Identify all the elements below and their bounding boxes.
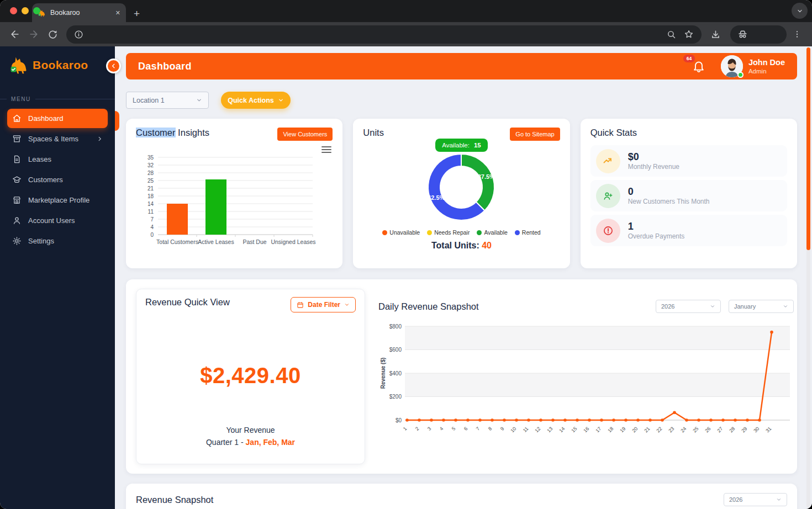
svg-text:15: 15 [570,426,578,433]
units-donut-chart[interactable]: 37.5%62.5% [363,152,560,222]
chevron-down-icon [196,97,202,103]
svg-text:17: 17 [594,426,602,433]
daily-revenue-title: Daily Revenue Snapshot [378,301,648,312]
tab-title: Bookaroo [50,9,111,17]
traffic-lights [10,7,40,14]
customer-insights-bar-chart[interactable]: 0471114182125283235Total CustomersActive… [136,153,318,251]
sidebar-item-dashboard[interactable]: Dashboard [7,109,108,128]
snapshot-year-select[interactable]: 2026 [724,493,787,506]
sidebar-nav: Dashboard Spaces & Items Leases Customer… [0,102,115,252]
total-units: Total Units: 40 [363,241,560,251]
svg-text:18: 18 [607,426,614,433]
minimize-window-button[interactable] [22,7,29,14]
close-window-button[interactable] [10,7,17,14]
customer-insights-title: Customer Insights [136,128,209,138]
legend-dot [427,230,432,235]
svg-text:35: 35 [147,155,154,161]
chevron-down-icon [710,304,715,309]
go-to-sitemap-button[interactable]: Go to Sitemap [510,128,560,141]
address-bar[interactable] [66,25,702,44]
back-button[interactable] [7,26,23,43]
tab-strip: Bookaroo ✕ + [0,0,812,22]
svg-text:28: 28 [147,170,154,176]
sidebar-item-account-users[interactable]: Account Users [7,211,108,230]
sidebar-item-spaces-items[interactable]: Spaces & Items [7,129,108,149]
sidebar-item-marketplace-profile[interactable]: Marketplace Profile [7,190,108,210]
active-item-edge-indicator [115,111,119,131]
svg-text:29: 29 [740,426,748,433]
location-select[interactable]: Location 1 [126,92,209,109]
reload-button[interactable] [44,26,61,43]
user-meta[interactable]: John Doe Admin [748,57,785,76]
legend-dot [382,230,387,235]
svg-text:9: 9 [499,426,505,432]
scrollbar-track[interactable] [806,47,810,508]
sidebar-item-leases[interactable]: Leases [7,150,108,169]
revenue-snapshot-title: Revenue Snapshot [136,495,716,505]
scrollbar-thumb[interactable] [806,47,810,250]
close-tab-icon[interactable]: ✕ [115,9,120,17]
svg-text:7: 7 [150,216,154,222]
chevron-left-icon [110,63,117,69]
bell-icon [692,60,705,73]
svg-text:4: 4 [439,426,445,432]
tab-search-button[interactable] [792,3,808,19]
browser-menu-icon[interactable] [789,26,805,43]
svg-text:13: 13 [546,426,553,433]
stat-monthly-revenue: $0Monthly Revenue [590,145,787,177]
chart-menu-icon[interactable] [321,146,331,153]
new-tab-button[interactable]: + [134,8,140,19]
legend-item[interactable]: Rented [515,229,541,236]
svg-text:10: 10 [509,426,517,433]
view-customers-button[interactable]: View Customers [277,128,333,141]
svg-text:14: 14 [147,201,154,207]
units-title: Units [363,128,384,138]
bookmark-star-icon[interactable] [684,29,694,39]
svg-text:28: 28 [728,426,736,433]
notification-badge: 64 [683,55,695,62]
date-filter-button[interactable]: Date Filter [291,297,356,312]
incognito-indicator[interactable] [730,25,787,44]
forward-button[interactable] [25,26,42,43]
notifications-button[interactable]: 64 [692,60,705,73]
info-icon[interactable] [74,30,83,39]
sidebar-item-customers[interactable]: Customers [7,170,108,189]
zoom-icon[interactable] [667,30,676,39]
maximize-window-button[interactable] [33,7,40,14]
sidebar-item-settings[interactable]: Settings [7,231,108,251]
document-icon [12,155,22,164]
quick-stats-card: Quick Stats $0Monthly Revenue [581,119,797,268]
menu-section-label: MENU [0,96,115,102]
legend-item[interactable]: Available [477,229,507,236]
incognito-icon [737,29,748,40]
svg-text:11: 11 [148,209,154,215]
svg-text:Revenue ($): Revenue ($) [380,358,386,389]
legend-item[interactable]: Needs Repair [427,229,470,236]
user-avatar[interactable] [721,55,743,77]
browser-tab[interactable]: Bookaroo ✕ [32,3,126,22]
month-select[interactable]: January [729,300,794,313]
svg-text:Unsigned Leases: Unsigned Leases [271,238,315,245]
svg-text:26: 26 [704,426,711,433]
daily-revenue-line-chart[interactable]: $0$200$400$600$800Revenue ($)12345678910… [378,320,793,440]
app-logo[interactable]: Bookaroo [0,46,115,79]
revenue-amount: $2,429.40 [145,363,356,388]
gear-icon [12,236,22,246]
legend-item[interactable]: Unavailable [382,229,420,236]
storefront-icon [12,195,22,205]
year-select[interactable]: 2026 [656,300,721,313]
svg-text:7: 7 [475,426,481,432]
main-content: Dashboard 64 John Doe Admin Location 1 [115,46,812,509]
chevron-down-icon [344,302,350,307]
svg-text:23: 23 [667,426,675,433]
download-icon[interactable] [707,26,724,43]
customer-insights-card: Customer Insights View Customers 0471114… [126,119,342,268]
svg-text:62.5%: 62.5% [428,194,445,201]
quick-actions-button[interactable]: Quick Actions [221,92,291,109]
sidebar-collapse-button[interactable] [106,59,121,73]
svg-text:8: 8 [487,426,493,432]
svg-text:30: 30 [752,426,760,433]
svg-text:$800: $800 [389,324,402,330]
svg-text:21: 21 [643,426,651,433]
revenue-quick-view-title: Revenue Quick View [145,297,230,307]
